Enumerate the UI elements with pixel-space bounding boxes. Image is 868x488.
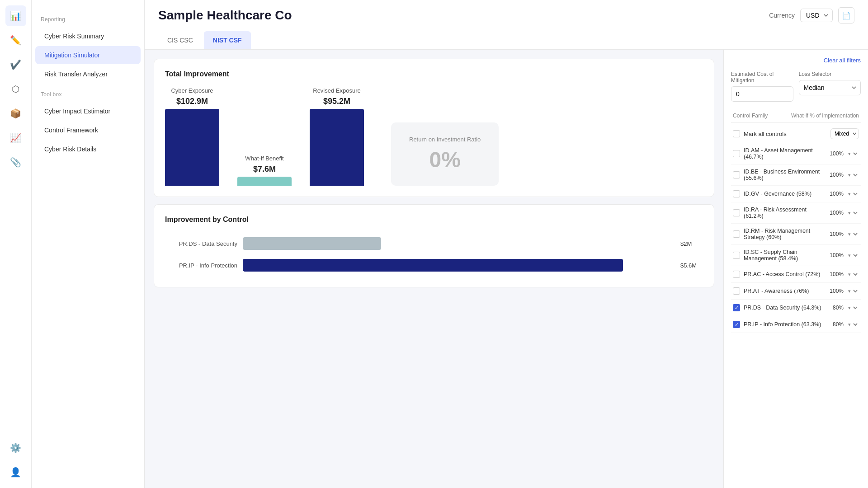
prds-pct-dropdown[interactable]: ▾ [845,304,859,312]
whatif-benefit-label: What-if Benefit [245,155,283,162]
tab-nist-csf[interactable]: NIST CSF [204,31,251,49]
whatif-benefit-value: $7.6M [253,164,276,174]
whatif-benefit-group: What-if Benefit $7.6M [237,155,292,186]
nav-cyber-impact-estimator[interactable]: Cyber Impact Estimator [35,102,141,120]
nav-cyber-risk-summary[interactable]: Cyber Risk Summary [35,27,141,45]
nav-control-framework[interactable]: Control Framework [35,121,141,139]
mark-all-row: Mark all controls Mixed 100% 80% 60% [731,125,861,143]
idbe-label: ID.BE - Business Environment (55.6%) [744,169,827,181]
main-content: Sample Healthcare Co Currency USD EUR GB… [145,0,868,488]
prds-bar-fill [243,237,381,250]
control-row-left-idrm: ID.RM - Risk Management Strategy (60%) [733,228,827,240]
whatif-benefit-bar [237,177,292,186]
prat-pct-dropdown[interactable]: ▾ [845,287,859,295]
settings-icon[interactable]: ⚙️ [5,437,26,458]
prds-bar-track [243,237,675,250]
prip-bar-label: PR.IP - Info Protection [165,262,237,269]
idrm-pct-dropdown[interactable]: ▾ [845,230,859,238]
control-row-right-prip: 80% ▾ [827,320,859,328]
page-title: Sample Healthcare Co [158,8,292,23]
checkbox-idrm[interactable] [733,230,740,238]
idgv-pct-dropdown[interactable]: ▾ [845,190,859,198]
prat-label: PR.AT - Awareness (76%) [744,288,809,294]
charts-section: Total Improvement Cyber Exposure $102.9M… [145,50,723,488]
cost-input[interactable] [731,86,793,102]
clear-all-filters[interactable]: Clear all filters [731,57,861,64]
currency-label: Currency [769,12,795,19]
idgv-pct: 100% [827,191,844,197]
loss-filter-group: Loss Selector Median Mean Maximum [799,71,861,102]
prds-bar-row: PR.DS - Data Security $2M [165,237,703,250]
nav-mitigation-simulator[interactable]: Mitigation Simulator [35,46,141,64]
improvement-by-control-title: Improvement by Control [165,216,703,224]
clip-icon[interactable]: 📎 [5,152,26,173]
chart-bar-icon[interactable]: 📈 [5,127,26,148]
currency-select[interactable]: USD EUR GBP [800,9,833,22]
box-icon[interactable]: 📦 [5,103,26,124]
prac-pct-dropdown[interactable]: ▾ [845,270,859,278]
nav-risk-transfer-analyzer[interactable]: Risk Transfer Analyzer [35,65,141,83]
prds-pct: 80% [827,305,844,311]
export-icon-button[interactable]: 📄 [838,7,854,23]
control-row-left-idra: ID.RA - Risk Assessment (61.2%) [733,206,827,219]
checkbox-idsc[interactable] [733,252,740,259]
prds-bar-val: $2M [680,240,703,247]
idgv-label: ID.GV - Governance (58%) [744,191,811,197]
tab-cis-csc[interactable]: CIS CSC [158,31,202,49]
prds-label: PR.DS - Data Security (64.3%) [744,305,821,311]
revised-exposure-bar [310,109,364,186]
checkbox-idam[interactable] [733,150,740,157]
control-row-idrm: ID.RM - Risk Management Strategy (60%) 1… [731,224,861,245]
control-row-right-idsc: 100% ▾ [827,251,859,259]
check-icon[interactable]: ✔️ [5,54,26,75]
total-improvement-card: Total Improvement Cyber Exposure $102.9M… [154,59,714,197]
content-area: Total Improvement Cyber Exposure $102.9M… [145,50,868,488]
checkbox-prac[interactable] [733,271,740,278]
nav-cyber-risk-details[interactable]: Cyber Risk Details [35,140,141,158]
control-row-left-prds: ✓ PR.DS - Data Security (64.3%) [733,304,827,311]
control-row-right-idrm: 100% ▾ [827,230,859,238]
mark-all-left: Mark all controls [733,130,787,137]
tabs-bar: CIS CSC NIST CSF [145,31,868,50]
reporting-icon[interactable]: 📊 [5,5,26,26]
loss-select[interactable]: Median Mean Maximum [799,80,861,95]
control-row-right-prds: 80% ▾ [827,304,859,312]
user-settings-icon[interactable]: 👤 [5,462,26,483]
control-row-left-prac: PR.AC - Access Control (72%) [733,271,827,278]
control-row-prac: PR.AC - Access Control (72%) 100% ▾ [731,266,861,283]
idra-pct: 100% [827,210,844,216]
checkbox-idbe[interactable] [733,171,740,178]
prip-bar-val: $5.6M [680,262,703,269]
checkbox-prds[interactable]: ✓ [733,304,740,311]
idsc-pct: 100% [827,252,844,258]
prac-pct: 100% [827,271,844,277]
reporting-section-label: Reporting [32,9,144,26]
control-row-prds: ✓ PR.DS - Data Security (64.3%) 80% ▾ [731,300,861,316]
prip-bar-track [243,259,675,272]
whatif-pct-col-header: What-if % of implementation [791,113,859,119]
cyber-exposure-label: Cyber Exposure [171,87,213,94]
control-row-left-prat: PR.AT - Awareness (76%) [733,287,827,295]
idsc-pct-dropdown[interactable]: ▾ [845,251,859,259]
layers-icon[interactable]: ⬡ [5,79,26,99]
roi-label: Return on Investment Ratio [409,136,481,143]
idbe-pct-dropdown[interactable]: ▾ [845,171,859,179]
mark-all-checkbox[interactable] [733,130,740,137]
idam-pct-dropdown[interactable]: ▾ [845,150,859,158]
filter-row: Estimated Cost of Mitigation Loss Select… [731,71,861,102]
idra-pct-dropdown[interactable]: ▾ [845,209,859,217]
checkbox-idgv[interactable] [733,190,740,197]
control-row-idsc: ID.SC - Supply Chain Management (58.4%) … [731,245,861,266]
control-row-idbe: ID.BE - Business Environment (55.6%) 100… [731,164,861,186]
idbe-pct: 100% [827,172,844,178]
roi-box: Return on Investment Ratio 0% [391,122,499,186]
mixed-select[interactable]: Mixed 100% 80% 60% [830,128,859,139]
checkbox-prat[interactable] [733,287,740,295]
prip-pct-dropdown[interactable]: ▾ [845,320,859,328]
checkbox-idra[interactable] [733,209,740,216]
cost-label: Estimated Cost of Mitigation [731,71,793,84]
control-table-header: Control Family What-if % of implementati… [731,109,861,123]
checkbox-prip[interactable]: ✓ [733,321,740,328]
control-row-prip: ✓ PR.IP - Info Protection (63.3%) 80% ▾ [731,316,861,333]
edit-icon[interactable]: ✏️ [5,30,26,51]
